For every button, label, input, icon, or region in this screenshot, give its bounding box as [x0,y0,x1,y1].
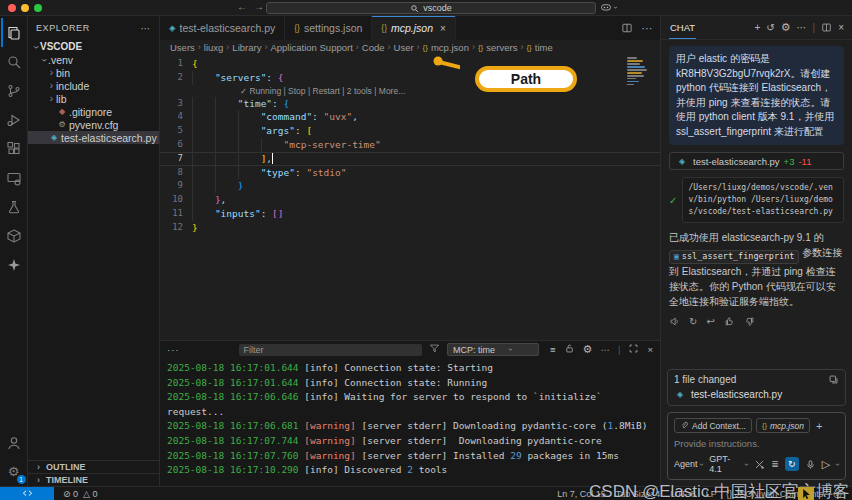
code-line-4[interactable]: 4"command": "uvx", [160,110,660,124]
breadcrumb-item-liuxg[interactable]: liuxg [204,42,224,53]
tree-item--gitignore[interactable]: ◆.gitignore [28,105,159,118]
gear-icon[interactable]: ⚙ [583,343,593,356]
add-context-button[interactable]: Add Context... [674,418,752,433]
tree-item-bin[interactable]: ›bin [28,66,159,79]
maximize-window-button[interactable] [34,4,42,12]
code-line-10[interactable]: 10}, [160,193,660,207]
statusbar-item-lf[interactable]: LF [706,489,717,499]
thumbs-up-icon[interactable] [724,316,735,327]
timeline-section[interactable]: ›TIMELINE [28,473,159,486]
tab-test-elasticsearch-py[interactable]: ◈test-elasticsearch.py [160,16,285,40]
statusbar-item-utf-8[interactable]: UTF-8 [670,489,696,499]
changed-file-row[interactable]: ◈ test-elasticsearch.py [668,389,845,405]
code-line-6[interactable]: 6"mcp-server-time" [160,138,660,152]
code-line-2[interactable]: 2"servers": { [160,71,660,85]
close-chat-icon[interactable]: × [838,22,844,33]
code-line-9[interactable]: 9} [160,179,660,193]
mcp-servers-icon[interactable]: ≣ [771,459,779,469]
codelens[interactable]: ✓ Running | Stop | Restart | 2 tools | M… [160,85,660,97]
thumbs-down-icon[interactable] [744,316,755,327]
panel-overflow-icon[interactable]: ··· [167,344,180,355]
output-lines-icon[interactable]: ≡ [550,344,556,355]
activity-remote-explorer-button[interactable] [1,163,27,192]
tree-item-lib[interactable]: ›lib [28,92,159,105]
filter-input[interactable]: Filter [239,344,423,356]
tree-item-pyvenv-cfg[interactable]: ⚙pyvenv.cfg [28,118,159,131]
remote-indicator[interactable] [0,487,54,500]
tab-mcp-json[interactable]: {}mcp.json× [372,16,456,40]
mic-icon[interactable] [805,459,816,470]
activity-copilot-button[interactable] [1,250,27,279]
sync-icon[interactable]: ↻ [785,457,799,471]
statusbar-item-ln-7-col-15[interactable]: Ln 7, Col 15 [557,489,606,499]
gear-icon[interactable]: ⚙ [781,21,791,34]
changed-file-chip[interactable]: ◈ test-elasticsearch.py +3 -11 [669,152,844,170]
retry-icon[interactable]: ↻ [689,316,697,327]
breadcrumb-item-user[interactable]: User [394,42,414,53]
symbol-chip[interactable]: ▣ssl_assert_fingerprint [669,250,799,264]
errors-warnings[interactable]: ⊘ 0 △ 0 [63,489,98,499]
copilot-menu-button[interactable]: › [600,1,617,13]
activity-search-button[interactable] [1,47,27,76]
breadcrumb-item-time[interactable]: time [535,42,553,53]
close-panel-icon[interactable]: × [647,344,653,355]
close-tab-icon[interactable]: × [440,23,446,34]
panel-more-actions-icon[interactable]: ⋯ [600,344,610,355]
code-line-7[interactable]: 7], [160,152,660,166]
chat-tab[interactable]: CHAT [669,16,696,39]
command-text[interactable]: /Users/liuxg/demos/vscode/.venv/bin/pyth… [682,177,844,223]
split-editor-icon[interactable] [621,22,633,34]
context-chip-mcp-json[interactable]: {} mcp.json [756,418,810,433]
code-line-8[interactable]: 8"type": "stdio" [160,166,660,180]
output-channel-select[interactable]: MCP: time› [447,343,539,356]
chat-input-box[interactable]: Add Context... {} mcp.json + Provide ins… [667,412,846,480]
activity-source-control-button[interactable] [1,76,27,105]
add-attachment-icon[interactable]: + [814,420,824,432]
log-output[interactable]: 2025-08-18 16:17:01.644 [info] Connectio… [160,358,660,486]
account-button[interactable] [1,428,27,457]
minimap[interactable] [627,57,653,85]
activity-explorer-button[interactable] [1,18,27,47]
code-line-3[interactable]: 3"time": { [160,97,660,111]
breadcrumb-item-servers[interactable]: servers [486,42,517,53]
history-icon[interactable]: ↺ [766,22,774,33]
forward-arrow-icon[interactable]: → [254,1,264,12]
chat-input-placeholder[interactable]: Provide instructions. [674,438,839,449]
code-line-12[interactable]: 12} [160,221,660,235]
tree-item-test-elasticsearch-py[interactable]: ◈test-elasticsearch.py [28,131,159,144]
lock-icon[interactable] [564,343,575,356]
explorer-more-actions-icon[interactable]: ⋯ [140,23,151,34]
code-editor[interactable]: 1{2"servers": {✓ Running | Stop | Restar… [160,54,660,340]
minimize-window-button[interactable] [21,4,29,12]
close-window-button[interactable] [8,4,16,12]
breadcrumb-item-application-support[interactable]: Application Support [270,42,352,53]
send-button[interactable]: ▷ [822,458,830,471]
tree-item-include[interactable]: ›include [28,79,159,92]
code-line-11[interactable]: 11"inputs": [] [160,207,660,221]
save-all-icon[interactable] [828,374,839,385]
outline-section[interactable]: ›OUTLINE [28,460,159,473]
activity-run-debug-button[interactable] [1,105,27,134]
filter-funnel-icon[interactable] [429,343,440,356]
code-line-1[interactable]: 1{ [160,57,660,71]
settings-gear-button[interactable]: ⚙1 [1,457,27,486]
open-in-editor-icon[interactable] [821,22,832,33]
agent-mode-select[interactable]: Agent› [674,459,702,469]
tree-item-vscode[interactable]: ›VSCODE [28,40,159,53]
editor-more-actions-icon[interactable]: ⋯ [642,22,653,34]
breadcrumb-item-library[interactable]: Library [232,42,261,53]
back-arrow-icon[interactable]: ← [237,1,247,12]
model-select[interactable]: GPT-4.1› [709,454,747,474]
tree-item--venv[interactable]: ›.venv [28,53,159,66]
activity-docker-button[interactable] [1,221,27,250]
breadcrumb-item-mcp-json[interactable]: mcp.json [431,42,469,53]
chat-more-actions-icon[interactable]: ⋯ [797,22,807,33]
bell-icon[interactable]: ◎ [833,488,842,499]
maximize-panel-icon[interactable] [628,343,639,356]
breadcrumb-item-code[interactable]: Code [362,42,385,53]
read-aloud-icon[interactable] [669,316,680,327]
undo-icon[interactable]: ↩ [706,316,714,327]
tab-settings-json[interactable]: {}settings.json [285,16,372,40]
breadcrumb-item-users[interactable]: Users [170,42,195,53]
statusbar-item-tab-size-4[interactable]: Tab Size: 4 [616,489,661,499]
